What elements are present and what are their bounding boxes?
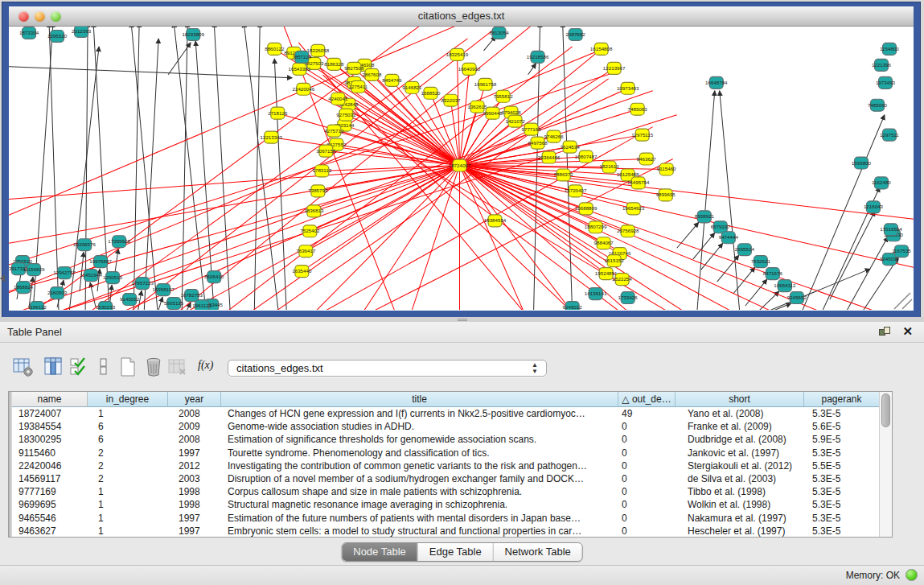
network-node[interactable]: 1297511 <box>880 129 899 141</box>
network-node[interactable]: 7385793 <box>308 185 328 197</box>
network-canvas[interactable]: 1872400788601228912954182260589827503165… <box>9 27 914 310</box>
network-node[interactable]: 16961758 <box>474 78 497 90</box>
network-node[interactable]: 19654923 <box>622 203 645 215</box>
column-header-pagerank[interactable]: pagerank <box>804 392 879 407</box>
network-node[interactable]: 8813054 <box>489 27 509 39</box>
column-header-out_de[interactable]: △ out_de… <box>618 392 676 407</box>
show-column-icon[interactable] <box>43 356 64 377</box>
function-builder-icon[interactable]: f(x) <box>198 359 219 380</box>
network-node[interactable]: 18325419 <box>446 48 469 60</box>
network-node[interactable]: 19384554 <box>484 215 507 227</box>
network-node[interactable]: 8186328 <box>324 58 344 70</box>
table-row[interactable]: 1830029562008Estimation of significance … <box>12 433 879 446</box>
network-node[interactable]: 2012393 <box>72 27 92 37</box>
table-row[interactable]: 1872400712008Changes of HCN gene express… <box>12 407 879 420</box>
table-row[interactable]: 977716911998Corpus callosum shape and si… <box>12 485 879 498</box>
tab-node-table[interactable]: Node Table <box>342 543 418 561</box>
close-panel-icon[interactable]: ✕ <box>902 324 913 339</box>
network-node[interactable]: 1635440 <box>292 266 312 278</box>
network-node[interactable]: 1530233 <box>96 302 116 310</box>
network-node[interactable]: 10973493 <box>617 82 639 94</box>
network-node[interactable]: 9463627 <box>637 153 657 165</box>
close-window-button[interactable] <box>18 11 29 22</box>
select-rows-icon[interactable] <box>69 356 90 377</box>
network-node[interactable]: 1836813 <box>304 205 324 217</box>
network-node[interactable]: 9146821 <box>402 81 422 93</box>
network-node[interactable]: 12942757 <box>53 267 76 279</box>
network-node[interactable]: 2867608 <box>362 68 382 80</box>
table-settings-icon[interactable] <box>13 356 34 377</box>
network-node[interactable]: 10654112 <box>774 280 796 292</box>
network-node[interactable]: 18807299 <box>585 221 607 233</box>
network-node[interactable]: 16154808 <box>590 43 613 55</box>
network-node[interactable]: 17359928 <box>108 236 130 248</box>
network-node[interactable]: 14136141 <box>585 288 607 300</box>
network-node[interactable]: 16640910 <box>458 63 481 75</box>
network-node[interactable]: 12975115 <box>631 129 654 141</box>
network-node[interactable]: 9474444 <box>719 232 739 244</box>
network-node[interactable]: 1154800 <box>880 43 899 55</box>
network-node[interactable]: 16648784 <box>705 76 728 89</box>
column-header-name[interactable]: name <box>12 392 88 407</box>
network-node[interactable]: 1167535 <box>892 245 911 257</box>
network-node[interactable]: 2935514 <box>735 244 755 256</box>
zoom-window-button[interactable] <box>51 11 61 22</box>
network-node[interactable]: 8938921 <box>695 211 715 223</box>
network-node[interactable]: 2522254 <box>613 274 633 286</box>
resize-grip[interactable] <box>894 293 912 309</box>
network-node[interactable]: 16033809 <box>182 28 204 40</box>
column-header-in_degree[interactable]: in_degree <box>88 392 168 407</box>
network-node[interactable]: 9115460 <box>657 163 676 175</box>
network-window-titlebar[interactable]: citations_edges.txt <box>9 6 914 27</box>
network-node[interactable]: 9275031 <box>336 109 356 121</box>
network-node[interactable]: 3624534 <box>561 141 581 153</box>
table-row[interactable]: 2242004622012Investigating the contribut… <box>12 459 879 472</box>
network-node[interactable]: 2718126 <box>268 107 288 119</box>
network-node[interactable]: 1588520 <box>421 87 441 99</box>
network-node[interactable]: 9884067 <box>594 237 614 249</box>
network-node[interactable]: 9245652 <box>787 292 807 304</box>
network-node[interactable]: 7632621 <box>751 256 771 268</box>
network-node[interactable]: 1250515 <box>103 272 123 284</box>
network-node[interactable]: 8454749 <box>382 74 402 86</box>
citation-network-graph[interactable]: 1872400788601228912954182260589827503165… <box>9 27 914 310</box>
network-node[interactable]: 1733426 <box>618 292 639 304</box>
table-row[interactable]: 1938455462009Genome-wide association stu… <box>12 420 879 433</box>
network-node[interactable]: 10975887 <box>89 256 112 268</box>
network-node[interactable]: 1162480 <box>872 177 891 189</box>
network-node[interactable]: 7485060 <box>868 99 888 111</box>
table-vertical-scrollbar[interactable] <box>879 392 892 537</box>
new-table-icon[interactable] <box>117 356 138 377</box>
network-node[interactable]: 7485063 <box>628 103 648 115</box>
network-node[interactable]: 7886372 <box>554 169 574 181</box>
column-header-short[interactable]: short <box>676 392 804 407</box>
delete-rows-icon[interactable] <box>143 356 164 377</box>
network-node[interactable]: 1868824 <box>14 282 34 294</box>
table-row[interactable]: 911546021997Tourette syndrome. Phenomeno… <box>12 447 879 459</box>
network-node[interactable]: 7955812 <box>493 90 513 102</box>
table-row[interactable]: 1456911722003Disruption of a novel membe… <box>12 472 879 485</box>
network-node[interactable]: 1873304 <box>19 27 39 39</box>
network-node[interactable]: 12213967 <box>603 62 626 74</box>
network-node[interactable]: 9145052 <box>120 294 140 306</box>
network-node[interactable]: 1973493 <box>876 76 896 89</box>
collapse-west-panel-icon[interactable] <box>0 274 5 282</box>
column-pair-icon[interactable] <box>93 356 114 377</box>
network-node[interactable]: 1595800 <box>852 157 872 169</box>
float-panel-icon[interactable] <box>879 327 890 337</box>
minimize-window-button[interactable] <box>35 11 45 22</box>
scrollbar-thumb[interactable] <box>881 393 890 427</box>
network-node[interactable]: 8606410 <box>204 271 224 283</box>
table-row[interactable]: 946362711997Embryonic stem cells: a mode… <box>12 525 879 537</box>
network-node[interactable]: 1216043 <box>864 201 884 213</box>
network-node[interactable]: 1295320 <box>47 30 68 42</box>
network-node[interactable]: 9245012 <box>563 302 583 310</box>
table-select-dropdown[interactable]: citations_edges.txt ▲▼ <box>228 360 547 377</box>
column-header-title[interactable]: title <box>221 392 618 407</box>
table-row[interactable]: 946554611997Estimation of the future num… <box>12 512 879 525</box>
table-row[interactable]: 969969511998Structural magnetic resonanc… <box>12 498 879 511</box>
network-node[interactable]: 19218586 <box>527 51 549 63</box>
tab-edge-table[interactable]: Edge Table <box>418 543 494 561</box>
network-node[interactable]: 1221396 <box>872 59 892 71</box>
column-header-year[interactable]: year <box>168 392 221 407</box>
